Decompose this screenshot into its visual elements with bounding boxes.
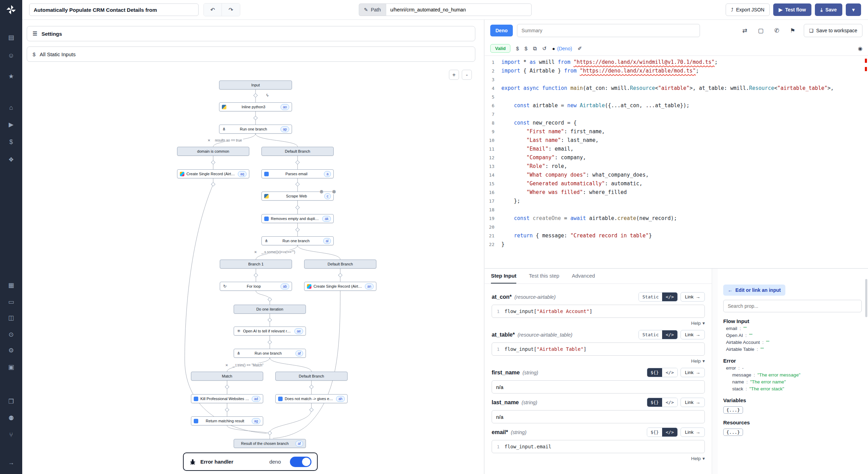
prop-name[interactable]: name:"The error name" xyxy=(723,378,862,384)
code-line[interactable]: 21 return { message: "Created record in … xyxy=(485,231,868,240)
window-icon[interactable]: ▢ xyxy=(754,24,768,37)
sync-icon[interactable]: ⇄ xyxy=(738,24,752,37)
field-value-input[interactable] xyxy=(492,380,705,393)
flow-node-ah[interactable]: Does not match -> gives empty valueah xyxy=(275,394,348,403)
prop-email[interactable]: email:"" xyxy=(723,324,862,331)
tab-advanced[interactable]: Advanced xyxy=(572,269,595,283)
discord-icon[interactable]: ⚉ xyxy=(0,412,22,424)
code-line[interactable]: 20 xyxy=(485,223,868,231)
flow-node-af[interactable]: ⋔Run one branchaf xyxy=(234,349,306,358)
field-expression-input[interactable]: 1flow_input["Airtable Account"] xyxy=(492,305,705,318)
home-icon[interactable]: ⌂ xyxy=(0,102,22,113)
schedules-icon[interactable]: ▦ xyxy=(0,279,22,291)
mode-static-toggle[interactable]: Static xyxy=(639,330,662,339)
insert-variable-icon[interactable]: $ xyxy=(516,45,519,52)
mode-code-toggle[interactable]: </> xyxy=(662,398,677,407)
bolt-icon[interactable]: ϟ xyxy=(266,93,268,98)
user-icon[interactable]: ☺ xyxy=(0,50,22,61)
workers-icon[interactable]: ▣ xyxy=(0,361,22,373)
field-value-input[interactable] xyxy=(492,410,705,423)
audit-logs-icon[interactable]: ⊙ xyxy=(0,329,22,340)
code-line[interactable]: 18 xyxy=(485,205,868,214)
code-line[interactable]: 22} xyxy=(485,240,868,249)
code-editor[interactable]: 1import * as wmill from "https://deno.la… xyxy=(485,56,868,265)
code-line[interactable]: 8 const new_record = { xyxy=(485,119,868,127)
code-line[interactable]: 13 "Role": role, xyxy=(485,162,868,171)
summary-input[interactable] xyxy=(517,24,700,37)
prop-airtable-account[interactable]: Airtable Account:"" xyxy=(723,338,862,345)
branch-disable-icon[interactable]: ✕ xyxy=(207,138,211,142)
mode-code-toggle[interactable]: </> xyxy=(662,428,677,437)
error-handler[interactable]: Error handler deno xyxy=(183,452,318,471)
save-dropdown-button[interactable]: ▾ xyxy=(846,3,861,16)
flow-node-do-one-iteration[interactable]: Do one iteration xyxy=(234,305,306,314)
save-button[interactable]: ⤓ Save xyxy=(815,3,842,16)
tab-step-input[interactable]: Step Input xyxy=(491,269,516,283)
object-badge[interactable]: {...} xyxy=(723,406,743,414)
flow-node-an[interactable]: Create Single Record (Airtable)an xyxy=(304,282,376,291)
flow-node-ab[interactable]: ↻For loopab xyxy=(220,282,292,291)
code-line[interactable]: 3 xyxy=(485,75,868,84)
code-line[interactable]: 7 xyxy=(485,110,868,119)
list-icon[interactable]: ▤ xyxy=(0,32,22,43)
panel-resizer[interactable] xyxy=(712,269,718,474)
tab-test-this-step[interactable]: Test this step xyxy=(529,269,559,283)
folders-icon[interactable]: ▭ xyxy=(0,296,22,308)
mode-template-toggle[interactable]: ${} xyxy=(647,428,662,437)
add-node-icon[interactable]: ⊕ xyxy=(319,189,324,194)
runs-icon[interactable]: ▶ xyxy=(0,119,22,130)
help-link[interactable]: Help▾ xyxy=(492,320,705,326)
code-line[interactable]: 19 const createOne = await airtable.crea… xyxy=(485,214,868,223)
flow-node-a[interactable]: Parses emaila xyxy=(261,169,334,178)
path-input[interactable] xyxy=(386,3,532,16)
flow-node-branch-1[interactable]: Branch 1 xyxy=(220,260,292,269)
field-expression-input[interactable]: 1flow_input.email xyxy=(492,440,705,453)
flow-node-branch-default-3[interactable]: Default Branch xyxy=(275,372,348,381)
phone-icon[interactable]: ✆ xyxy=(770,24,784,37)
help-link[interactable]: Help▾ xyxy=(492,358,705,364)
link-input-button[interactable]: Link→ xyxy=(681,368,705,377)
export-json-button[interactable]: ⤴ Export JSON xyxy=(726,3,770,16)
link-input-button[interactable]: Link→ xyxy=(681,428,705,437)
mode-template-toggle[interactable]: ${} xyxy=(647,398,662,407)
code-line[interactable]: 4export async function main(at_con: wmil… xyxy=(485,84,868,93)
eye-icon[interactable]: ◉ xyxy=(858,45,862,52)
path-button[interactable]: ✎ Path xyxy=(359,3,386,16)
resources-icon[interactable]: ❖ xyxy=(0,154,22,166)
github-icon[interactable]: ⑂ xyxy=(0,429,22,441)
mode-code-toggle[interactable]: </> xyxy=(662,293,677,301)
error-handler-toggle[interactable] xyxy=(290,457,311,467)
flow-node-ap[interactable]: ⋔Run one branchap xyxy=(219,125,292,134)
code-line[interactable]: 1import * as wmill from "https://deno.la… xyxy=(485,58,868,67)
branch-disable-icon[interactable]: ✕ xyxy=(253,250,258,254)
code-line[interactable]: 5 xyxy=(485,93,868,101)
flow-node-branch-domain[interactable]: domain is common xyxy=(177,147,249,156)
prop-message[interactable]: message:"The error message" xyxy=(723,371,862,378)
flow-canvas[interactable]: Error handler deno InputInline python3ao… xyxy=(22,20,484,474)
remove-node-icon[interactable]: ⊗ xyxy=(332,189,336,194)
reset-icon[interactable]: ↺ xyxy=(542,45,547,52)
code-line[interactable]: 16 "Where was filled": where_filled xyxy=(485,188,868,197)
flow-node-ao[interactable]: Inline python3ao xyxy=(219,102,292,111)
field-expression-input[interactable]: 1flow_input["Airtable Table"] xyxy=(492,342,705,356)
code-line[interactable]: 15 "Generated automatically": automatic, xyxy=(485,179,868,188)
flow-node-branch-default-1[interactable]: Default Branch xyxy=(261,147,334,156)
flag-icon[interactable]: ⚑ xyxy=(786,24,800,37)
test-flow-button[interactable]: ▶ Test flow xyxy=(773,3,811,16)
code-line[interactable]: 10 "Last name": last_name, xyxy=(485,136,868,145)
mode-static-toggle[interactable]: Static xyxy=(639,293,662,301)
prop-airtable-table[interactable]: Airtable Table:"" xyxy=(723,345,862,352)
flow-node-ae[interactable]: ✳Open AI to tell if relevant resultae xyxy=(234,327,306,336)
flow-node-branch-match[interactable]: Match xyxy=(191,372,263,381)
star-icon[interactable]: ★ xyxy=(0,70,22,82)
link-input-button[interactable]: Link→ xyxy=(681,292,705,302)
code-line[interactable]: 9 "First name": first_name, xyxy=(485,127,868,136)
object-badge[interactable]: {...} xyxy=(723,429,743,436)
expand-icon[interactable]: → xyxy=(0,457,22,468)
flow-node-branch-default-2[interactable]: Default Branch xyxy=(304,260,376,269)
flow-node-ak[interactable]: Removes empty and duplicatesak xyxy=(261,214,334,223)
props-scrollbar[interactable] xyxy=(865,279,867,317)
redo-button[interactable]: ↷ xyxy=(222,3,240,16)
flow-node-al[interactable]: ⋔Run one branchal xyxy=(261,236,334,245)
flow-node-af-result[interactable]: Result of the chosen branchaf xyxy=(234,439,306,448)
